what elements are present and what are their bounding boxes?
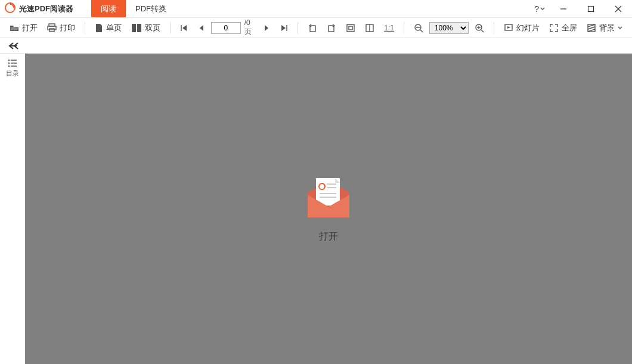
svg-rect-8 xyxy=(132,24,136,32)
minimize-button[interactable] xyxy=(550,0,577,18)
one-to-one-icon: 1:1 xyxy=(384,24,394,32)
titlebar: 光速PDF阅读器 阅读 PDF转换 ? xyxy=(0,0,632,18)
page-input[interactable] xyxy=(211,22,241,34)
background-icon xyxy=(587,23,596,33)
maximize-icon xyxy=(587,5,594,13)
svg-point-34 xyxy=(8,66,10,67)
app-logo-icon xyxy=(5,2,16,15)
svg-point-32 xyxy=(8,63,10,64)
single-page-button[interactable]: 单页 xyxy=(91,21,125,35)
background-label: 背景 xyxy=(599,23,615,33)
slideshow-label: 幻灯片 xyxy=(516,23,540,33)
open-folder-icon xyxy=(302,175,355,222)
help-button[interactable]: ? xyxy=(529,4,550,14)
toc-label: 目录 xyxy=(6,69,19,78)
tab-read[interactable]: 阅读 xyxy=(91,0,126,17)
rotate-right-button[interactable] xyxy=(323,21,340,35)
fullscreen-icon xyxy=(549,23,559,33)
slideshow-button[interactable]: 幻灯片 xyxy=(500,21,543,35)
maximize-button[interactable] xyxy=(577,0,605,18)
svg-rect-6 xyxy=(48,26,56,30)
toolbar: 打开 打印 单页 双页 /0页 1:1 xyxy=(0,18,632,38)
separator xyxy=(170,22,171,34)
fit-page-icon xyxy=(365,23,374,33)
svg-point-30 xyxy=(8,60,10,61)
svg-line-22 xyxy=(481,30,484,32)
document-canvas: 打开 xyxy=(25,54,632,364)
double-page-label: 双页 xyxy=(145,23,160,33)
prev-page-button[interactable] xyxy=(194,22,209,34)
sidebar: 目录 xyxy=(0,54,25,364)
separator xyxy=(404,22,404,34)
help-label: ? xyxy=(534,4,539,14)
next-page-button[interactable] xyxy=(259,22,274,34)
zoom-out-icon xyxy=(414,23,423,33)
svg-rect-9 xyxy=(137,24,141,32)
main-tabs: 阅读 PDF转换 xyxy=(91,0,176,17)
rotate-left-icon xyxy=(308,23,317,33)
chevron-down-icon xyxy=(618,26,622,30)
double-page-button[interactable]: 双页 xyxy=(128,21,164,35)
single-page-label: 单页 xyxy=(106,23,122,33)
separator xyxy=(298,22,298,34)
minimize-icon xyxy=(560,5,567,13)
toc-icon xyxy=(7,58,18,68)
canvas-open-label: 打开 xyxy=(319,231,338,243)
app-title: 光速PDF阅读器 xyxy=(19,4,73,14)
toc-button[interactable]: 目录 xyxy=(6,58,19,78)
open-button[interactable]: 打开 xyxy=(6,21,41,35)
single-page-icon xyxy=(95,23,103,33)
background-button[interactable]: 背景 xyxy=(583,21,626,35)
back-button[interactable] xyxy=(8,42,20,50)
page-total: /0页 xyxy=(243,18,258,37)
svg-rect-2 xyxy=(588,6,594,11)
first-page-button[interactable] xyxy=(176,22,192,34)
back-arrow-icon xyxy=(8,42,20,50)
chevron-down-icon xyxy=(540,7,545,11)
svg-line-28 xyxy=(588,27,595,29)
print-button[interactable]: 打印 xyxy=(44,21,79,35)
folder-open-icon xyxy=(10,23,19,33)
separator xyxy=(494,22,494,34)
close-button[interactable] xyxy=(605,0,632,18)
last-page-button[interactable] xyxy=(276,22,292,34)
zoom-in-button[interactable] xyxy=(471,21,488,35)
fullscreen-label: 全屏 xyxy=(562,23,577,33)
tab-convert[interactable]: PDF转换 xyxy=(126,0,176,17)
svg-line-19 xyxy=(420,30,423,32)
first-page-icon xyxy=(180,24,188,32)
fit-width-icon xyxy=(346,23,355,33)
toolbar-secondary xyxy=(0,38,632,54)
last-page-icon xyxy=(280,24,288,32)
zoom-in-icon xyxy=(475,23,484,33)
canvas-open-button[interactable]: 打开 xyxy=(302,175,355,243)
print-icon xyxy=(47,23,57,33)
rotate-left-button[interactable] xyxy=(304,21,321,35)
zoom-out-button[interactable] xyxy=(410,21,427,35)
double-page-icon xyxy=(131,23,142,33)
svg-rect-14 xyxy=(347,24,354,32)
next-page-icon xyxy=(263,24,270,32)
fit-width-button[interactable] xyxy=(342,21,359,35)
actual-size-button[interactable]: 1:1 xyxy=(380,22,398,34)
fit-page-button[interactable] xyxy=(361,21,378,35)
prev-page-icon xyxy=(198,24,205,32)
close-icon xyxy=(615,5,622,13)
separator xyxy=(85,22,85,34)
zoom-select[interactable]: 100% xyxy=(429,22,469,34)
app-brand: 光速PDF阅读器 xyxy=(0,0,91,17)
slideshow-icon xyxy=(504,23,513,33)
open-label: 打开 xyxy=(22,23,38,33)
svg-rect-15 xyxy=(349,26,352,30)
fullscreen-button[interactable]: 全屏 xyxy=(546,21,581,35)
rotate-right-icon xyxy=(327,23,336,33)
main-area: 目录 打开 xyxy=(0,54,632,364)
window-controls: ? xyxy=(529,0,632,17)
print-label: 打印 xyxy=(60,23,75,33)
